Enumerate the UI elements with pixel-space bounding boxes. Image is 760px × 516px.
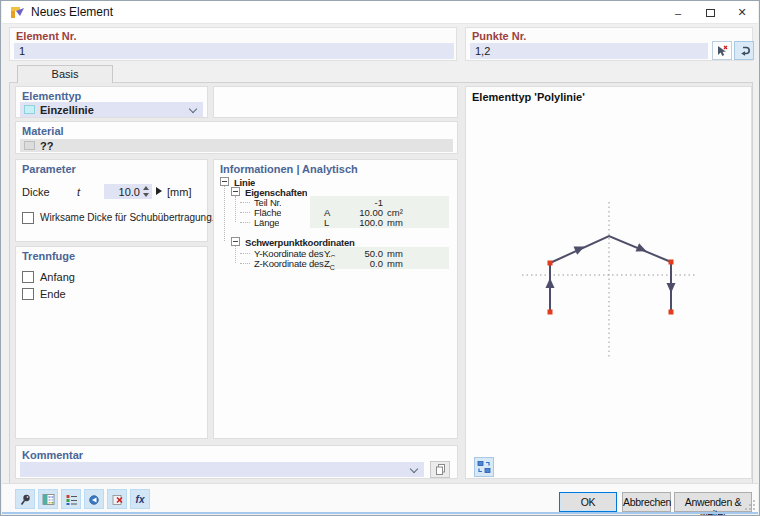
tree-row-laenge[interactable]: Länge L 100.0 mm (218, 217, 453, 228)
titlebar: Neues Element – ✕ (2, 1, 758, 24)
wirksame-dicke-checkbox[interactable] (22, 212, 34, 224)
element-nr-group: Element Nr. 1 (9, 27, 457, 61)
row-name: Z-Koordinate des ... (254, 258, 330, 269)
row-value: 100.0 (334, 217, 383, 228)
wirksame-dicke-label: Wirksame Dicke für Schubübertragung... (40, 212, 220, 223)
kommentar-combo[interactable] (20, 462, 424, 477)
elementtyp-panel: Elementtyp Einzellinie (15, 86, 208, 118)
display-properties-icon (65, 493, 78, 506)
collapse-toggle-icon[interactable] (231, 187, 240, 196)
parameter-label: Parameter (22, 163, 76, 175)
material-color-chip (24, 141, 35, 150)
polyline-preview-drawing (466, 87, 751, 478)
close-button[interactable]: ✕ (726, 1, 758, 24)
kommentar-panel: Kommentar (15, 445, 458, 479)
direction-arrow (667, 283, 676, 293)
trennfuge-panel: Trennfuge Anfang Ende (15, 246, 208, 439)
punkte-nr-label: Punkte Nr. (472, 30, 526, 42)
anfang-label: Anfang (40, 271, 75, 283)
tree-row-z-koordinate[interactable]: Z-Koordinate des ... ZC 0.0 mm (218, 258, 453, 269)
units-button[interactable] (38, 489, 58, 509)
point-marker (669, 310, 674, 315)
units-calculator-icon (42, 493, 55, 506)
row-unit: mm (387, 217, 403, 228)
material-label: Material (22, 125, 64, 137)
elementtyp-color-chip (24, 105, 35, 114)
parameter-panel: Parameter Dicke t 10.0 [mm] Wirksame Dic… (15, 159, 208, 242)
dicke-unit: [mm] (167, 186, 191, 198)
dicke-symbol: t (77, 186, 80, 198)
empty-panel (213, 86, 458, 118)
display-properties-button[interactable] (61, 489, 81, 509)
sync-graphic-button[interactable] (474, 457, 494, 477)
row-name: Länge (254, 217, 279, 228)
anfang-row: Anfang (22, 270, 75, 283)
kommentar-label: Kommentar (22, 449, 83, 461)
dialog-neues-element: Neues Element – ✕ Element Nr. 1 Punkte N… (0, 0, 760, 516)
ok-button[interactable]: OK (559, 492, 617, 512)
ende-checkbox[interactable] (22, 288, 34, 300)
collapse-toggle-icon[interactable] (220, 177, 229, 186)
copy-icon (434, 463, 447, 476)
spinner-up-icon (143, 186, 149, 190)
point-marker (548, 310, 553, 315)
formula-fx-icon: fx (136, 494, 145, 505)
elementtyp-value: Einzellinie (40, 104, 94, 116)
dicke-spinner[interactable] (143, 186, 149, 197)
collapse-toggle-icon[interactable] (231, 237, 240, 246)
point-marker (669, 260, 674, 265)
ende-label: Ende (40, 288, 66, 300)
material-panel: Material ?? (15, 121, 458, 154)
apply-button[interactable]: Anwenden & weiter (674, 492, 752, 512)
minimize-button[interactable]: – (662, 1, 694, 24)
delete-button[interactable] (107, 489, 127, 509)
preview-panel: Elementtyp 'Polylinie' (465, 86, 752, 479)
pin-button[interactable] (15, 489, 35, 509)
row-unit: mm (387, 258, 403, 269)
row-symbol: L (324, 217, 329, 228)
elementtyp-label: Elementtyp (22, 90, 81, 102)
point-marker (548, 261, 553, 266)
direction-arrow (636, 243, 649, 255)
maximize-icon (706, 9, 715, 17)
element-nr-input[interactable]: 1 (14, 43, 454, 59)
direction-arrow (546, 278, 555, 288)
punkte-nr-input[interactable]: 1,2 (470, 43, 708, 59)
elementtyp-dropdown[interactable]: Einzellinie (20, 102, 203, 117)
punkte-nr-group: Punkte Nr. 1,2 (465, 27, 753, 61)
content-area: Elementtyp Einzellinie Material ?? Param… (9, 82, 753, 484)
ende-row: Ende (22, 287, 66, 300)
formula-button[interactable]: fx (130, 489, 150, 509)
dicke-expand-arrow[interactable] (156, 187, 162, 195)
chevron-down-icon (189, 105, 197, 113)
sync-icon (477, 460, 491, 474)
pick-points-button[interactable] (712, 41, 732, 60)
polyline-element (550, 236, 671, 312)
delete-red-x-icon (111, 493, 124, 506)
row-value: 0.0 (334, 258, 383, 269)
dicke-input[interactable]: 10.0 (104, 184, 152, 199)
app-icon (10, 5, 25, 20)
footer-bar: fx OK Abbrechen Anwenden & weiter (2, 483, 758, 514)
informationen-panel: Informationen | Analytisch Linie Eigensc… (213, 159, 458, 439)
trennfuge-label: Trennfuge (22, 250, 75, 262)
window-accent-border (2, 512, 758, 514)
dicke-label: Dicke (22, 186, 50, 198)
window-title: Neues Element (31, 5, 113, 19)
view-button[interactable] (84, 489, 104, 509)
cancel-button[interactable]: Abbrechen (622, 492, 671, 512)
tab-basis[interactable]: Basis (17, 65, 113, 83)
spinner-down-icon (143, 193, 149, 197)
material-value: ?? (40, 140, 53, 152)
resize-grip[interactable] (744, 499, 756, 511)
wirksame-dicke-row: Wirksame Dicke für Schubübertragung... (22, 211, 220, 224)
direction-arrow (574, 242, 587, 254)
pushpin-icon (19, 493, 32, 506)
maximize-button[interactable] (694, 1, 726, 24)
copy-comment-button[interactable] (430, 461, 450, 478)
reverse-orientation-button[interactable] (734, 41, 754, 60)
element-nr-label: Element Nr. (16, 30, 77, 42)
chevron-down-icon (410, 465, 418, 473)
material-row[interactable]: ?? (20, 139, 453, 152)
anfang-checkbox[interactable] (22, 271, 34, 283)
